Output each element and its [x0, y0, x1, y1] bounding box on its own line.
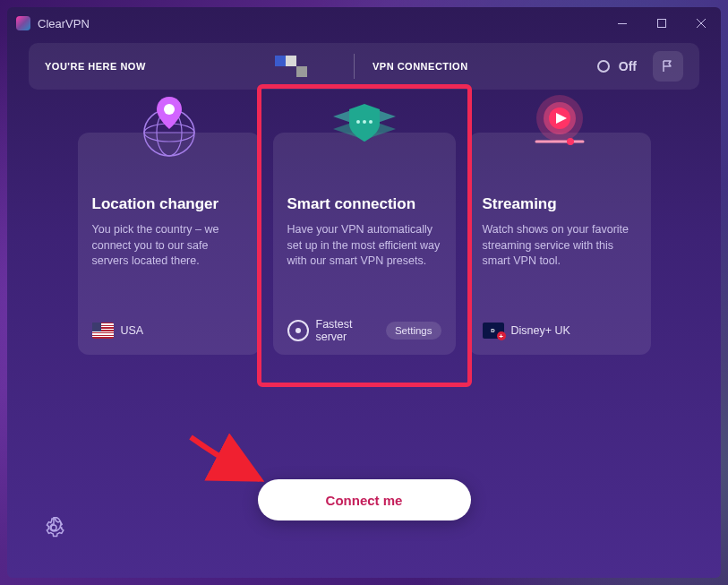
divider [354, 54, 355, 79]
shield-layers-icon [324, 90, 405, 165]
card-smart-footer-text: Fastest server [316, 318, 379, 343]
flag-icon [661, 59, 675, 73]
globe-pin-icon [133, 90, 205, 165]
card-location[interactable]: Location changer You pick the country – … [78, 133, 261, 355]
card-smart-title: Smart connection [287, 195, 441, 213]
card-streaming-title: Streaming [483, 195, 637, 213]
card-location-footer-text: USA [121, 324, 144, 337]
card-streaming[interactable]: Streaming Watch shows on your favorite s… [468, 133, 651, 355]
close-icon [697, 19, 706, 28]
vpn-status: Off [597, 59, 637, 73]
svg-point-14 [567, 138, 574, 145]
gear-icon [43, 517, 64, 538]
app-logo-icon [16, 16, 30, 30]
svg-point-7 [356, 120, 360, 124]
title-bar: ClearVPN [7, 7, 721, 39]
current-location-flag [275, 56, 320, 77]
settings-button[interactable] [43, 517, 64, 542]
cards-row: Location changer You pick the country – … [7, 133, 721, 355]
settings-chip[interactable]: Settings [386, 322, 441, 340]
location-pin-icon [287, 320, 309, 341]
card-location-title: Location changer [92, 195, 246, 213]
svg-point-8 [363, 120, 366, 124]
app-title: ClearVPN [38, 17, 90, 30]
connect-button[interactable]: Connect me [258, 479, 471, 520]
minimize-icon [618, 23, 627, 24]
status-indicator-icon [597, 60, 610, 73]
minimize-button[interactable] [603, 7, 642, 39]
card-streaming-wrap: Streaming Watch shows on your favorite s… [468, 133, 651, 355]
card-streaming-footer-text: Disney+ UK [511, 324, 570, 337]
here-now-label: YOU'RE HERE NOW [45, 61, 146, 72]
card-streaming-footer: D Disney+ UK [483, 319, 637, 342]
card-location-footer: USA [92, 319, 246, 342]
maximize-button[interactable] [642, 7, 681, 39]
report-flag-button[interactable] [653, 51, 683, 82]
usa-flag-icon [92, 323, 114, 339]
window-controls [603, 7, 721, 39]
card-location-desc: You pick the country – we connect you to… [92, 222, 246, 283]
app-window: ClearVPN YOU'RE HERE NOW VPN CONNECTION … [7, 7, 721, 578]
play-disc-icon [524, 90, 595, 165]
svg-point-9 [369, 120, 373, 124]
card-location-wrap: Location changer You pick the country – … [78, 133, 261, 355]
card-streaming-desc: Watch shows on your favorite streaming s… [483, 222, 637, 283]
card-smart-footer: Fastest server Settings [287, 319, 441, 342]
svg-point-6 [164, 104, 175, 115]
svg-rect-0 [618, 23, 627, 24]
svg-point-15 [51, 525, 56, 530]
card-smart-wrap: Smart connection Have your VPN automatic… [273, 133, 456, 355]
maximize-icon [657, 19, 666, 28]
disney-plus-icon: D [483, 323, 504, 339]
close-button[interactable] [681, 7, 721, 39]
svg-rect-1 [658, 20, 666, 28]
status-bar: YOU'RE HERE NOW VPN CONNECTION Off [29, 43, 699, 90]
card-smart-desc: Have your VPN automatically set up in th… [287, 222, 441, 283]
vpn-connection-label: VPN CONNECTION [373, 61, 468, 72]
card-smart[interactable]: Smart connection Have your VPN automatic… [273, 133, 456, 355]
status-text: Off [619, 59, 637, 73]
